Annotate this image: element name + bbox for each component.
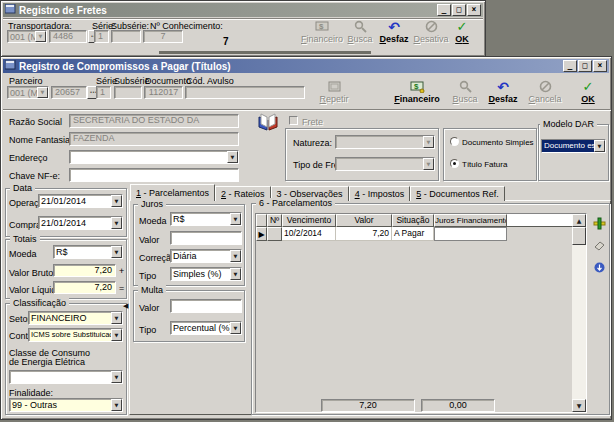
endereco-label: Endereço [9,153,48,163]
dropdown-arrow-icon[interactable]: ▼ [594,140,605,152]
delete-parcela-button[interactable] [591,237,608,253]
dropdown-arrow-icon[interactable]: ▼ [111,195,122,207]
cell-juros-financiamento[interactable] [434,227,507,241]
cancela-button[interactable]: Cancela [524,79,566,109]
razao-social-field[interactable]: SECRETARIA DO ESTADO DA [69,114,239,128]
chave-nfe-field[interactable] [69,168,239,182]
compra-date-combo[interactable]: 21/01/2014 ▼ [38,216,123,230]
natureza-combo[interactable]: ▼ [335,135,435,149]
serie-field[interactable]: 1 [94,30,109,43]
horizontal-scrollbar[interactable] [159,51,371,54]
documento-simples-radio[interactable] [450,137,459,146]
close-button[interactable]: × [593,60,607,72]
grid-header-valor[interactable]: Valor [336,214,392,227]
dropdown-arrow-icon[interactable]: ▼ [111,371,122,383]
maximize-button[interactable]: □ [452,4,466,16]
minimize-button[interactable]: _ [437,4,451,16]
juros-moeda-combo[interactable]: R$ ▼ [170,212,242,226]
dropdown-arrow-icon[interactable]: ▼ [230,250,241,262]
title-bar-fretes[interactable]: Registro de Fretes _ □ × [3,3,483,17]
modelo-dar-combo[interactable]: Documento esta ▼ [541,139,606,153]
juros-valor-field[interactable] [170,231,242,245]
minimize-button[interactable]: _ [563,60,577,72]
correcao-combo[interactable]: Diária ▼ [170,249,242,263]
splitter-arrow-icon[interactable]: ◀ [123,303,128,310]
dropdown-arrow-icon[interactable]: ▼ [37,87,48,98]
maximize-button[interactable]: □ [578,60,592,72]
close-button[interactable]: × [467,4,481,16]
ok-button[interactable]: ✓ OK [573,79,603,109]
cell-num[interactable] [267,227,282,241]
table-row[interactable]: ▶ 10/2/2014 7,20 A Pagar [256,227,572,241]
parceiro-combo[interactable]: 001 (MA) ▼ [7,86,49,99]
tipo-frete-combo[interactable]: ▼ [335,157,435,171]
valor-liquido-field[interactable]: 7,20 [53,281,116,294]
transportadora-combo[interactable]: 001 (M ▼ [7,30,47,43]
documento-field[interactable]: 112017 [144,86,183,99]
scroll-thumb[interactable] [572,227,586,245]
endereco-combo[interactable]: ▼ [69,150,239,164]
setor-combo[interactable]: FINANCEIRO ▼ [28,311,123,325]
grid-header-num[interactable]: Nº [267,214,282,227]
dropdown-arrow-icon[interactable]: ▼ [35,31,46,42]
parcelamentos-grid[interactable]: Nº Vencimento Valor Situação Juros Finan… [255,213,587,413]
dropdown-arrow-icon[interactable]: ▼ [111,312,122,324]
dropdown-arrow-icon[interactable]: ▼ [111,246,122,258]
tab-documentos-ref[interactable]: 5 - Documentos Ref. [410,186,505,201]
serie-field[interactable]: 1 [96,86,111,99]
dropdown-arrow-icon[interactable]: ▼ [111,329,122,341]
busca-button[interactable]: Busca [444,79,486,109]
juros-tipo-combo[interactable]: Simples (%) ▼ [170,267,242,281]
operacao-date-combo[interactable]: 21/01/2014 ▼ [38,194,123,208]
dropdown-arrow-icon[interactable]: ▼ [111,399,122,411]
add-parcela-button[interactable] [591,215,608,231]
dropdown-arrow-icon[interactable]: ▼ [230,268,241,280]
dropdown-arrow-icon[interactable]: ▼ [230,213,241,225]
desfaz-button[interactable]: ↶ Desfaz [373,19,415,49]
scroll-up-icon[interactable]: ▲ [572,214,586,227]
dropdown-arrow-icon[interactable]: ▼ [230,322,241,334]
recalcula-button[interactable] [591,259,608,275]
grid-header-juros-financiamento[interactable]: Juros Financiamento [434,214,507,227]
conhecimento-field[interactable]: 7 [143,30,183,43]
cod-avulso-field[interactable] [185,86,305,99]
finalidade-combo[interactable]: 99 - Outras ▼ [9,398,123,412]
titulo-fatura-radio[interactable] [450,159,459,168]
dropdown-arrow-icon[interactable]: ▼ [423,158,434,170]
title-bar-compromissos[interactable]: Registro de Compromissos a Pagar (Título… [3,59,609,73]
dropdown-arrow-icon[interactable]: ▼ [227,151,238,163]
search-icon [354,19,367,34]
multa-valor-field[interactable] [170,299,242,313]
multa-tipo-combo[interactable]: Percentual (%) ▼ [170,321,242,335]
dropdown-arrow-icon[interactable]: ▼ [111,217,122,229]
desfaz-button[interactable]: ↶ Desfaz [482,79,524,109]
cell-situacao[interactable]: A Pagar [392,227,434,241]
transportadora-number-field[interactable]: 4486 [49,30,87,43]
grid-header-situacao[interactable]: Situação [392,214,434,227]
cell-vencimento[interactable]: 10/2/2014 [282,227,336,241]
nome-fantasia-field[interactable]: FAZENDA [69,132,239,146]
frete-checkbox[interactable] [289,116,298,125]
valor-bruto-field[interactable]: 7,20 [53,264,116,277]
book-icon[interactable] [257,113,279,133]
row-selector[interactable]: ▶ [256,227,267,241]
subserie-field[interactable] [114,86,142,99]
dropdown-arrow-icon[interactable]: ▼ [423,136,434,148]
conta-combo[interactable]: ICMS sobre Substituicao T ▼ [28,328,123,342]
classe-consumo-combo[interactable]: ▼ [9,370,123,384]
vertical-scrollbar[interactable]: ▲ ▼ [572,214,586,412]
financeiro-button[interactable]: $ Financeiro [396,79,438,109]
tab-impostos[interactable]: 4 - Impostos [349,186,411,201]
moeda-combo[interactable]: R$ ▼ [53,245,123,259]
desativa-button[interactable]: Desativa [410,19,452,49]
cell-valor[interactable]: 7,20 [336,227,392,241]
ok-button[interactable]: ✓ OK [447,19,477,49]
parceiro-number-field[interactable]: 20657 [51,86,87,99]
grid-header-vencimento[interactable]: Vencimento [282,214,336,227]
scroll-down-icon[interactable]: ▼ [572,399,586,412]
repetir-button[interactable]: Repetir [313,79,355,109]
financeiro-button[interactable]: $ Financeiro [301,19,343,49]
subserie-field[interactable] [111,30,141,43]
classe-consumo-label-2: de Energia Elétrica [9,357,85,367]
header-separator [3,109,611,111]
